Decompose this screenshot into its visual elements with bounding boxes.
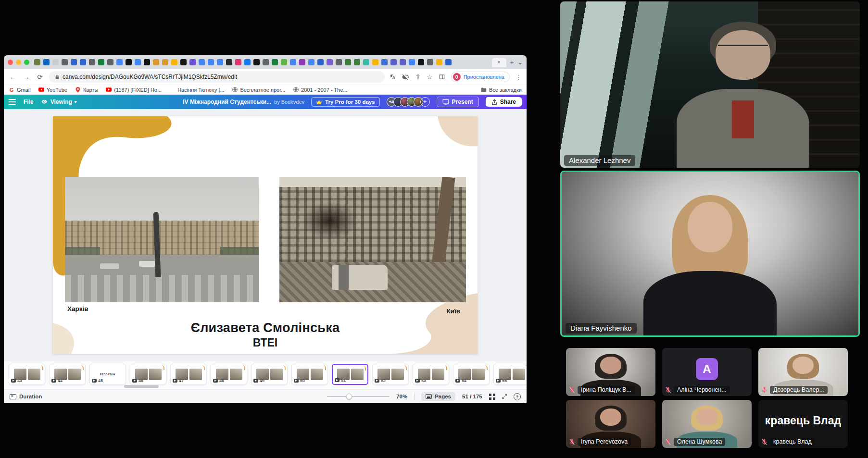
browser-tab[interactable] — [43, 59, 50, 65]
collaborator-avatars[interactable]: +4+ — [387, 97, 430, 107]
tab-search-chevron-icon[interactable]: ⌄ — [517, 59, 523, 65]
participant-tile[interactable]: Iryna Perevozova — [566, 400, 655, 448]
current-slide[interactable]: Харків Київ Єлизавета Смолінська ВТЕІ — [53, 116, 478, 354]
forward-icon[interactable]: → — [22, 73, 31, 81]
design-title[interactable]: IV Міжнародний Студентськи... — [183, 99, 271, 105]
duration-button[interactable]: Duration — [10, 394, 42, 399]
file-menu[interactable]: File — [24, 99, 34, 105]
translate-icon[interactable] — [390, 74, 396, 80]
page-thumbnail-54[interactable]: 54 — [453, 364, 490, 385]
browser-tab[interactable] — [153, 59, 159, 65]
present-button[interactable]: Present — [437, 97, 479, 107]
browser-tab[interactable] — [372, 59, 378, 65]
page-thumbnail-50[interactable]: 50 — [291, 364, 328, 385]
reload-icon[interactable]: ⟳ — [36, 73, 44, 81]
browser-tab[interactable] — [400, 59, 406, 65]
browser-tab[interactable] — [162, 59, 168, 65]
browser-tab[interactable] — [217, 59, 223, 65]
video-tile-diana-active-speaker[interactable]: Diana Fayvishenko — [560, 171, 860, 337]
browser-tab[interactable] — [308, 59, 314, 65]
add-collaborator-button[interactable]: + — [420, 97, 430, 107]
browser-tab[interactable] — [427, 59, 433, 65]
browser-tab[interactable] — [390, 59, 397, 65]
browser-tab[interactable] — [189, 59, 196, 65]
browser-tab[interactable] — [436, 59, 442, 65]
browser-tab[interactable] — [89, 59, 95, 65]
try-pro-button[interactable]: Try Pro for 30 days — [311, 97, 380, 107]
page-thumbnail-47[interactable]: 47 — [170, 364, 207, 385]
browser-tab[interactable] — [290, 59, 296, 65]
page-thumbnail-55[interactable]: 55 — [493, 364, 527, 385]
bookmark-item[interactable]: YouTube — [38, 87, 67, 93]
slide-photo-kharkiv[interactable] — [65, 177, 259, 302]
browser-tab[interactable] — [208, 59, 214, 65]
zoom-level[interactable]: 70% — [396, 394, 407, 399]
pages-toggle-button[interactable]: Pages — [421, 392, 455, 401]
browser-tab[interactable] — [272, 59, 278, 65]
participant-tile[interactable]: Олена Шумкова — [662, 400, 752, 448]
browser-tab[interactable] — [80, 59, 86, 65]
menu-hamburger-icon[interactable] — [9, 99, 16, 105]
browser-tab[interactable] — [180, 59, 187, 65]
browser-tab[interactable] — [52, 59, 59, 65]
bookmark-item[interactable]: Карты — [75, 87, 98, 93]
filmstrip-scrollbar[interactable] — [124, 385, 159, 388]
maximize-window-icon[interactable] — [24, 60, 29, 65]
browser-tab[interactable] — [34, 59, 40, 65]
browser-tab[interactable] — [98, 59, 104, 65]
video-tile-alexander[interactable]: Alexander Lezhnev — [560, 1, 860, 168]
share-button[interactable]: Share — [486, 97, 522, 107]
side-panel-icon[interactable] — [439, 74, 445, 80]
tab-favicon-row[interactable] — [34, 59, 489, 65]
browser-tab[interactable] — [345, 59, 351, 65]
page-thumbnail-43[interactable]: 43 — [9, 364, 45, 385]
visibility-off-icon[interactable] — [402, 74, 409, 81]
browser-tab[interactable] — [244, 59, 251, 65]
page-thumbnail-48[interactable]: 48 — [211, 364, 247, 385]
participant-tile[interactable]: кравець Влад кравець Влад — [758, 400, 848, 448]
browser-tab[interactable] — [418, 59, 424, 65]
minimize-window-icon[interactable] — [16, 60, 21, 65]
page-thumbnail-44[interactable]: 44 — [49, 364, 86, 385]
browser-tab[interactable] — [354, 59, 360, 65]
browser-tab[interactable] — [381, 59, 388, 65]
active-tab[interactable]: × — [492, 58, 506, 67]
browser-tab[interactable] — [199, 59, 205, 65]
grid-view-icon[interactable] — [489, 394, 495, 400]
browser-tab[interactable] — [62, 59, 68, 65]
slide-title[interactable]: Єлизавета Смолінська ВТЕІ — [53, 321, 478, 349]
bookmark-item[interactable]: Насіння Тютюну |... — [169, 87, 224, 93]
page-thumbnail-46[interactable]: 46 — [130, 364, 166, 385]
participant-tile[interactable]: Дозорець Валер... — [758, 348, 848, 396]
page-thumbnail-49[interactable]: 49 — [251, 364, 288, 385]
browser-tab[interactable] — [71, 59, 77, 65]
back-icon[interactable]: ← — [9, 73, 17, 81]
help-icon[interactable]: ? — [514, 393, 521, 400]
share-page-icon[interactable]: ⇧ — [415, 73, 421, 81]
bookmark-star-icon[interactable]: ☆ — [427, 73, 433, 81]
participant-tile[interactable]: А Аліна Червонен... — [662, 348, 752, 396]
bookmark-item[interactable]: 2001 - 2007 - The... — [293, 87, 347, 93]
browser-tab[interactable] — [263, 59, 269, 65]
window-controls[interactable] — [8, 60, 29, 65]
page-thumbnail-45[interactable]: РЕПОРТАЖ45 — [89, 364, 126, 385]
browser-tab[interactable] — [317, 59, 324, 65]
new-tab-button[interactable]: + — [510, 59, 514, 65]
zoom-slider-thumb[interactable] — [346, 394, 352, 399]
page-thumbnail-52[interactable]: 52 — [372, 364, 409, 385]
browser-tab[interactable] — [336, 59, 342, 65]
zoom-slider[interactable] — [327, 396, 390, 397]
browser-tab[interactable] — [144, 59, 150, 65]
browser-tab[interactable] — [363, 59, 369, 65]
browser-tab[interactable] — [171, 59, 177, 65]
slide-photo-kyiv[interactable] — [279, 177, 466, 302]
page-thumbnail-51[interactable]: 51 — [332, 364, 368, 385]
all-bookmarks-button[interactable]: Все закладки — [481, 87, 522, 93]
browser-tab[interactable] — [327, 59, 333, 65]
bookmark-item[interactable]: GGmail — [9, 87, 31, 93]
viewing-mode-button[interactable]: Viewing ▾ — [41, 99, 77, 105]
sync-paused-badge[interactable]: 0 Приостановлена — [451, 72, 510, 82]
bookmark-item[interactable]: Бесплатное прог... — [232, 87, 286, 93]
browser-tab[interactable] — [226, 59, 232, 65]
fullscreen-icon[interactable]: ⤢ — [502, 393, 507, 400]
